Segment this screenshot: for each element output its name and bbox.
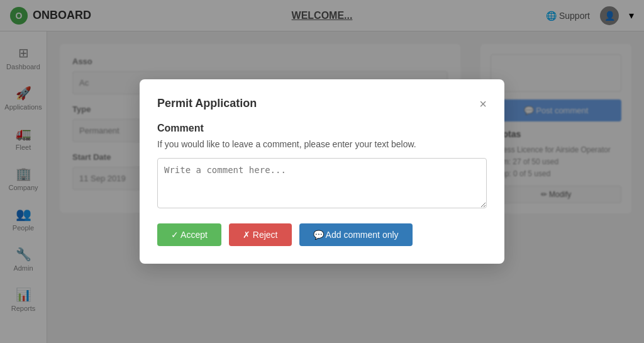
modal-section-title: Comment (157, 123, 487, 134)
modal-actions: ✓ Accept ✗ Reject 💬 Add comment only (157, 223, 487, 246)
modal-description: If you would like to leave a comment, pl… (157, 139, 487, 149)
modal-overlay: Permit Application × Comment If you woul… (0, 0, 644, 343)
reject-button[interactable]: ✗ Reject (229, 223, 292, 246)
accept-button[interactable]: ✓ Accept (157, 223, 221, 246)
modal-title: Permit Application (157, 97, 257, 110)
add-comment-only-button[interactable]: 💬 Add comment only (299, 223, 413, 246)
modal-close-button[interactable]: × (479, 98, 487, 110)
permit-application-modal: Permit Application × Comment If you woul… (140, 79, 504, 264)
modal-comment-textarea[interactable] (157, 158, 487, 208)
modal-header: Permit Application × (157, 97, 487, 110)
